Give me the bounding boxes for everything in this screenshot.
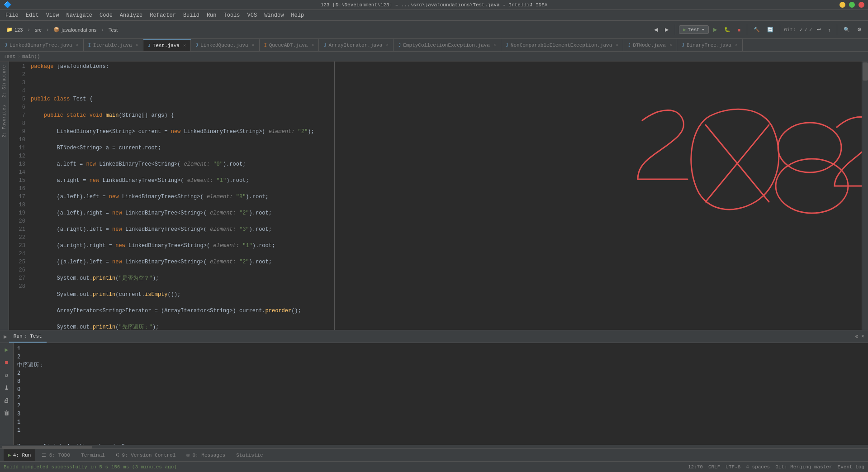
tab-bar: J LinkedBinaryTree.java × I Iterable.jav… bbox=[0, 39, 868, 52]
menu-code[interactable]: Code bbox=[96, 10, 116, 21]
src-button[interactable]: src bbox=[32, 24, 44, 36]
bottom-tab-right: ⚙ × bbox=[855, 333, 864, 340]
tab-linkedqueue[interactable]: J LinkedQueue.java × bbox=[191, 39, 260, 51]
tab-test[interactable]: J Test.java × bbox=[143, 39, 191, 51]
tab-noncomparable[interactable]: J NonComparableElementException.java × bbox=[501, 39, 623, 51]
indent-setting[interactable]: 4 spaces bbox=[746, 464, 770, 470]
stop-run-button[interactable]: ■ bbox=[2, 358, 12, 367]
git-status[interactable]: Git: Merging master bbox=[775, 464, 832, 470]
cursor-position[interactable]: 12:70 bbox=[688, 464, 703, 470]
menu-window[interactable]: Window bbox=[261, 10, 287, 21]
clear-button[interactable]: 🗑 bbox=[2, 408, 12, 418]
maximize-button[interactable] bbox=[849, 2, 855, 8]
tool-tab-statistic[interactable]: Statistic bbox=[232, 449, 267, 461]
tab-binarytree[interactable]: J BinaryTree.java × bbox=[677, 39, 743, 51]
tab-arrayiterator[interactable]: J ArrayIterator.java × bbox=[319, 39, 394, 51]
breadcrumb-test[interactable]: Test bbox=[4, 54, 15, 59]
run-icon-tab[interactable]: ▶ bbox=[4, 333, 7, 340]
tab-close-linkedqueue[interactable]: × bbox=[252, 43, 255, 48]
menu-edit[interactable]: Edit bbox=[22, 10, 43, 21]
tool-tab-todo[interactable]: ☰ 6: TODO bbox=[37, 449, 75, 461]
line-numbers: 12345 678910 1112131415 1617181920 21222… bbox=[9, 62, 27, 330]
tool-tab-vcs[interactable]: ⑆ 9: Version Control bbox=[111, 449, 180, 461]
menu-run[interactable]: Run bbox=[203, 10, 220, 21]
tab-close-test[interactable]: × bbox=[183, 43, 186, 48]
scroll-end-button[interactable]: ⤓ bbox=[2, 383, 12, 393]
tab-close-linkedbinarytree[interactable]: × bbox=[76, 43, 79, 48]
menu-vcs[interactable]: VCS bbox=[244, 10, 261, 21]
breadcrumb-main[interactable]: main() bbox=[22, 54, 40, 59]
output-line-9: 3 bbox=[17, 410, 864, 418]
menu-navigate[interactable]: Navigate bbox=[62, 10, 96, 21]
git-push-button[interactable]: ↑ bbox=[825, 24, 834, 36]
run-tab-test: Test bbox=[30, 334, 42, 339]
update-button[interactable]: 🔄 bbox=[764, 24, 776, 36]
tool-tab-run[interactable]: ▶ 4: Run bbox=[4, 449, 35, 461]
package-button[interactable]: 📦 javafoundations bbox=[51, 24, 99, 36]
encoding[interactable]: UTF-8 bbox=[726, 464, 740, 470]
toolbar-right: ◀ ▶ ▶ Test ▾ ▶ 🐛 ■ 🔨 🔄 Git: ✓ ✓ ✓ ↩ ↑ 🔍 … bbox=[651, 24, 864, 36]
tab-close-emptycollection[interactable]: × bbox=[493, 43, 496, 48]
code-content: 12345 678910 1112131415 1617181920 21222… bbox=[9, 62, 334, 330]
tab-close-noncomparable[interactable]: × bbox=[616, 43, 618, 48]
tab-close-btnode[interactable]: × bbox=[669, 43, 672, 48]
right-scrollbar[interactable] bbox=[862, 62, 868, 330]
search-everywhere-button[interactable]: 🔍 bbox=[841, 24, 853, 36]
run-scrollbar-thumb[interactable] bbox=[2, 446, 92, 448]
left-side-panel: 2: Structure 2: Favorites bbox=[0, 62, 9, 330]
tab-btnode[interactable]: J BTNode.java × bbox=[623, 39, 677, 51]
run-button[interactable]: ▶ bbox=[711, 24, 720, 36]
git-checkmark3: ✓ bbox=[809, 27, 812, 33]
menu-refactor[interactable]: Refactor bbox=[146, 10, 180, 21]
event-log[interactable]: Event Log bbox=[838, 464, 864, 470]
tool-tab-messages[interactable]: ✉ 0: Messages bbox=[182, 449, 230, 461]
project-view-button[interactable]: 📁 123 bbox=[4, 24, 25, 36]
run-scrollbar[interactable] bbox=[0, 445, 868, 448]
tool-tab-terminal[interactable]: Terminal bbox=[76, 449, 109, 461]
run-config-selector[interactable]: ▶ Test ▾ bbox=[679, 25, 709, 34]
menu-help[interactable]: Help bbox=[287, 10, 308, 21]
tab-iterable[interactable]: I Iterable.java × bbox=[84, 39, 143, 51]
close-button[interactable] bbox=[859, 2, 864, 8]
menu-analyze[interactable]: Analyze bbox=[116, 10, 146, 21]
code-text[interactable]: package javafoundations; public class Te… bbox=[27, 62, 334, 330]
run-panel: ▶ ■ ↺ ⤓ 🖨 🗑 1 2 中序遍历： 2 8 0 2 2 3 1 1 Pr… bbox=[0, 343, 868, 445]
breadcrumb: Test › main() bbox=[0, 52, 868, 62]
git-label: Git: bbox=[784, 27, 796, 33]
nav-back-button[interactable]: ◀ bbox=[651, 24, 660, 36]
chevron-down-icon: ▾ bbox=[702, 27, 705, 33]
stop-button[interactable]: ■ bbox=[735, 24, 744, 36]
tab-queueadt[interactable]: I QueueADT.java × bbox=[260, 39, 319, 51]
tab-close-queueadt[interactable]: × bbox=[311, 43, 314, 48]
menu-build[interactable]: Build bbox=[180, 10, 203, 21]
menu-view[interactable]: View bbox=[43, 10, 63, 21]
settings-button[interactable]: ⚙ bbox=[854, 24, 864, 36]
menu-file[interactable]: File bbox=[2, 10, 22, 21]
debug-button[interactable]: 🐛 bbox=[721, 24, 733, 36]
line-ending[interactable]: CRLF bbox=[708, 464, 720, 470]
run-tab[interactable]: Run: Test bbox=[9, 331, 47, 343]
package-icon: 📦 bbox=[53, 27, 60, 33]
settings-icon-tab[interactable]: ⚙ bbox=[855, 333, 859, 340]
nav-forward-button[interactable]: ▶ bbox=[662, 24, 671, 36]
print-button[interactable]: 🖨 bbox=[2, 396, 12, 405]
build-button[interactable]: 🔨 bbox=[751, 24, 763, 36]
run-output: 1 2 中序遍历： 2 8 0 2 2 3 1 1 Process finish… bbox=[14, 343, 868, 445]
run-left-toolbar: ▶ ■ ↺ ⤓ 🖨 🗑 bbox=[0, 343, 14, 445]
tab-emptycollection[interactable]: J EmptyCollectionException.java × bbox=[394, 39, 501, 51]
tab-close-binarytree[interactable]: × bbox=[735, 43, 738, 48]
menu-tools[interactable]: Tools bbox=[220, 10, 244, 21]
minimize-button[interactable] bbox=[840, 2, 845, 8]
favorites-tab[interactable]: 2: Favorites bbox=[2, 105, 7, 138]
output-line-6: 0 bbox=[17, 386, 864, 394]
scrollbar-thumb[interactable] bbox=[863, 62, 868, 81]
tab-close-arrayiterator[interactable]: × bbox=[386, 43, 389, 48]
test-file-button[interactable]: Test bbox=[106, 24, 120, 36]
close-icon-tab[interactable]: × bbox=[861, 334, 864, 340]
structure-tab[interactable]: 2: Structure bbox=[2, 65, 7, 98]
git-undo-button[interactable]: ↩ bbox=[814, 24, 824, 36]
rerun-button[interactable]: ↺ bbox=[2, 370, 12, 380]
tab-linkedbinarytree[interactable]: J LinkedBinaryTree.java × bbox=[0, 39, 84, 51]
tab-close-iterable[interactable]: × bbox=[136, 43, 138, 48]
run-again-button[interactable]: ▶ bbox=[2, 345, 12, 355]
